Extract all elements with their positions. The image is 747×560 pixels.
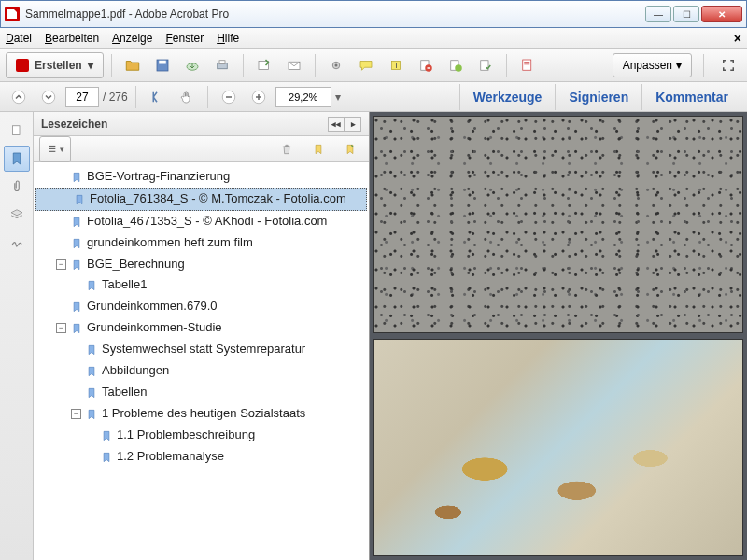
tab-sign[interactable]: Signieren <box>555 84 641 110</box>
svg-rect-4 <box>219 60 225 63</box>
attachments-panel-button[interactable] <box>4 174 30 200</box>
tab-tools[interactable]: Werkzeuge <box>459 84 556 110</box>
bookmark-label: Grundeinkommen-Studie <box>87 320 222 336</box>
menu-window[interactable]: Fenster <box>165 32 204 45</box>
delete-bookmark-button[interactable] <box>274 136 300 162</box>
bookmarks-panel-button[interactable] <box>4 146 30 172</box>
bookmark-item[interactable]: 1.2 Problemanalyse <box>34 446 369 468</box>
bookmarks-prev-button[interactable]: ◂◂ <box>328 117 345 132</box>
app-icon <box>5 7 20 21</box>
page-down-button[interactable] <box>35 84 62 110</box>
bookmarks-next-button[interactable]: ▸ <box>345 117 361 132</box>
document-view[interactable] <box>370 112 747 560</box>
svg-rect-23 <box>12 126 20 135</box>
bookmark-label: grundeinkommen heft zum film <box>87 235 253 251</box>
cloud-button[interactable] <box>179 52 205 78</box>
menu-help[interactable]: Hilfe <box>217 32 239 45</box>
svg-rect-1 <box>159 60 166 63</box>
svg-rect-26 <box>49 150 55 151</box>
menu-close-icon[interactable]: × <box>734 31 741 46</box>
zoom-input[interactable] <box>275 87 331 107</box>
bookmark-item[interactable]: Systemwechsel statt Systemreparatur <box>34 339 369 360</box>
bookmark-icon <box>85 386 98 399</box>
bookmarks-tree[interactable]: BGE-Vortrag-FinanzierungFotolia_761384_S… <box>34 162 369 560</box>
page-image-money <box>374 339 743 556</box>
bookmark-label: Tabellen <box>102 385 147 400</box>
thumbnails-panel-button[interactable] <box>4 118 30 144</box>
tab-comment[interactable]: Kommentar <box>641 84 741 110</box>
bookmark-label: BGE_Berechnung <box>87 257 185 273</box>
bookmark-item[interactable]: Abbildungen <box>34 360 369 382</box>
hand-tool-button[interactable] <box>174 84 200 110</box>
nav-toolbar: / 276 ▾ Werkzeuge Signieren Kommentar <box>0 82 747 112</box>
bookmark-item[interactable]: Tabellen <box>34 382 369 403</box>
close-button[interactable]: ✕ <box>701 6 742 22</box>
collapse-icon[interactable]: − <box>56 323 66 333</box>
bookmark-item[interactable]: grundeinkommen heft zum film <box>34 232 369 254</box>
menu-edit[interactable]: Bearbeiten <box>45 32 99 45</box>
page-input[interactable] <box>65 87 99 107</box>
menu-view[interactable]: Anzeige <box>112 32 152 45</box>
print-button[interactable] <box>209 52 235 78</box>
customize-button[interactable]: Anpassen ▾ <box>613 53 692 77</box>
form-button[interactable] <box>514 52 541 78</box>
select-tool-button[interactable] <box>144 84 170 110</box>
share-button[interactable] <box>251 52 277 78</box>
stamp-button[interactable] <box>443 52 469 78</box>
bookmark-icon <box>85 343 98 357</box>
bookmark-icon <box>100 429 113 442</box>
customize-label: Anpassen <box>623 59 672 72</box>
collapse-icon[interactable]: − <box>71 409 81 419</box>
new-bookmark-from-structure-button[interactable] <box>337 136 363 162</box>
bookmark-icon <box>70 237 83 250</box>
bookmark-label: Abbildungen <box>102 363 169 379</box>
maximize-button[interactable]: ☐ <box>673 6 699 22</box>
signatures-panel-button[interactable] <box>4 230 30 256</box>
svg-rect-18 <box>524 63 529 64</box>
bookmark-item[interactable]: −1 Probleme des heutigen Sozialstaats <box>34 403 369 425</box>
bookmark-icon <box>70 259 83 272</box>
svg-rect-24 <box>49 145 55 146</box>
open-button[interactable] <box>120 52 146 78</box>
bookmark-item[interactable]: BGE-Vortrag-Finanzierung <box>34 166 369 188</box>
email-button[interactable] <box>281 52 307 78</box>
comment-button[interactable] <box>353 52 379 78</box>
svg-rect-16 <box>522 60 530 70</box>
chevron-down-icon: ▾ <box>88 59 93 72</box>
bookmark-item[interactable]: Tabelle1 <box>34 274 369 296</box>
bookmark-item[interactable]: Fotolia_761384_S - © M.Tomczak - Fotolia… <box>35 188 367 211</box>
save-button[interactable] <box>149 52 176 78</box>
bookmarks-options-button[interactable]: ▾ <box>39 136 71 162</box>
gear-button[interactable] <box>323 52 349 78</box>
bookmark-item[interactable]: Fotolia_4671353_S - © AKhodi - Fotolia.c… <box>34 211 369 232</box>
bookmark-item[interactable]: −Grundeinkommen-Studie <box>34 317 369 339</box>
bookmark-label: Tabelle1 <box>102 277 147 293</box>
create-button[interactable]: Erstellen ▾ <box>6 52 104 78</box>
chevron-down-icon[interactable]: ▾ <box>335 91 341 104</box>
new-bookmark-button[interactable] <box>305 136 331 162</box>
page-image-crowd <box>374 116 743 333</box>
bookmark-item[interactable]: −BGE_Berechnung <box>34 254 369 275</box>
bookmark-item[interactable]: 1.1 Problembeschreibung <box>34 425 369 446</box>
text-tool-button[interactable]: T <box>383 52 409 78</box>
bookmark-icon <box>85 279 98 292</box>
bookmark-label: Grundeinkommen.679.0 <box>87 299 217 315</box>
approve-button[interactable] <box>472 52 499 78</box>
zoom-out-button[interactable] <box>216 84 242 110</box>
fullscreen-button[interactable] <box>715 52 741 78</box>
remove-button[interactable] <box>413 52 439 78</box>
layers-panel-button[interactable] <box>4 202 30 228</box>
bookmark-icon <box>85 365 98 378</box>
zoom-in-button[interactable] <box>246 84 272 110</box>
menubar: Datei Bearbeiten Anzeige Fenster Hilfe × <box>0 28 747 49</box>
page-up-button[interactable] <box>6 84 32 110</box>
bookmarks-toolbar: ▾ <box>34 136 369 162</box>
svg-point-14 <box>455 64 462 72</box>
menu-file[interactable]: Datei <box>6 32 32 45</box>
collapse-icon[interactable]: − <box>56 259 66 270</box>
minimize-button[interactable]: — <box>645 6 671 22</box>
chevron-down-icon: ▾ <box>676 59 682 72</box>
bookmark-label: Fotolia_761384_S - © M.Tomczak - Fotolia… <box>90 191 346 207</box>
bookmark-icon <box>85 408 98 421</box>
bookmark-item[interactable]: Grundeinkommen.679.0 <box>34 296 369 317</box>
